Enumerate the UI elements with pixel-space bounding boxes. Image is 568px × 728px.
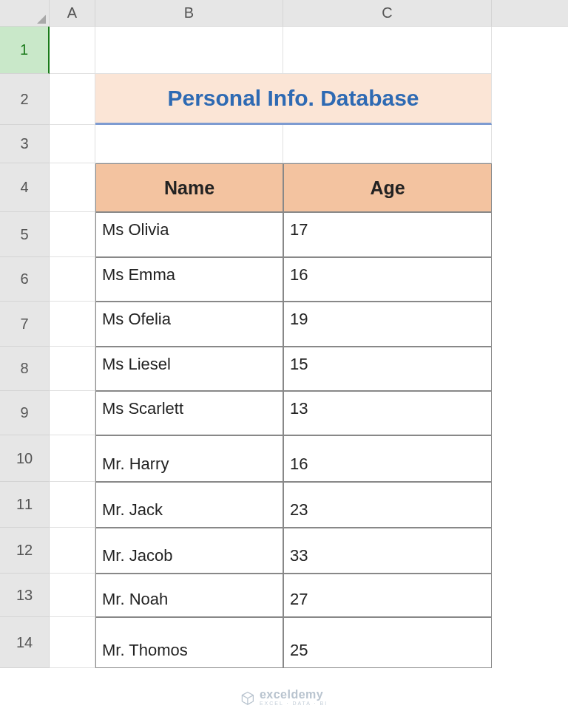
cell-a8[interactable] [50,347,95,391]
cell-a4[interactable] [50,163,95,212]
cell-age-6[interactable]: 23 [283,482,492,528]
row-header-7[interactable]: 7 [0,302,50,347]
row-header-5[interactable]: 5 [0,212,50,257]
cell-name-7[interactable]: Mr. Jacob [95,528,283,574]
table-header-name[interactable]: Name [95,163,283,212]
row-header-6[interactable]: 6 [0,257,50,302]
cell-age-9[interactable]: 25 [283,617,492,668]
cell-age-7[interactable]: 33 [283,528,492,574]
cell-age-0[interactable]: 17 [283,212,492,257]
column-header-b[interactable]: B [95,0,283,26]
cell-a2[interactable] [50,74,95,125]
row-header-11[interactable]: 11 [0,482,50,528]
cell-b3[interactable] [95,125,283,163]
cell-name-3[interactable]: Ms Liesel [95,347,283,391]
cell-b1[interactable] [95,27,283,74]
cell-a5[interactable] [50,212,95,257]
cell-age-3[interactable]: 15 [283,347,492,391]
row-header-4[interactable]: 4 [0,163,50,212]
column-header-a[interactable]: A [50,0,95,26]
logo-icon [240,690,255,705]
cell-a11[interactable] [50,482,95,528]
row-header-13[interactable]: 13 [0,574,50,617]
row-header-8[interactable]: 8 [0,347,50,391]
cell-name-2[interactable]: Ms Ofelia [95,302,283,347]
cell-a6[interactable] [50,257,95,302]
row-header-10[interactable]: 10 [0,435,50,482]
cell-c1[interactable] [283,27,492,74]
select-all-corner[interactable] [0,0,50,27]
row-header-14[interactable]: 14 [0,617,50,668]
cell-age-2[interactable]: 19 [283,302,492,347]
cell-a7[interactable] [50,302,95,347]
cell-a1[interactable] [50,27,95,74]
title-cell[interactable]: Personal Info. Database [95,74,492,125]
cell-name-6[interactable]: Mr. Jack [95,482,283,528]
cell-name-5[interactable]: Mr. Harry [95,435,283,482]
column-headers: A B C [50,0,568,27]
row-header-12[interactable]: 12 [0,528,50,574]
row-header-2[interactable]: 2 [0,74,50,125]
cell-a9[interactable] [50,391,95,435]
cell-name-0[interactable]: Ms Olivia [95,212,283,257]
watermark: exceldemy EXCEL · DATA · BI [240,689,328,706]
table-header-age[interactable]: Age [283,163,492,212]
row-header-9[interactable]: 9 [0,391,50,435]
watermark-brand: exceldemy [260,689,328,701]
cell-c3[interactable] [283,125,492,163]
cell-age-5[interactable]: 16 [283,435,492,482]
watermark-tagline: EXCEL · DATA · BI [260,701,328,706]
cell-name-4[interactable]: Ms Scarlett [95,391,283,435]
cell-a14[interactable] [50,617,95,668]
cell-name-1[interactable]: Ms Emma [95,257,283,302]
spreadsheet-grid[interactable]: Personal Info. DatabaseNameAgeMs Olivia1… [50,27,492,668]
cell-age-4[interactable]: 13 [283,391,492,435]
cell-a12[interactable] [50,528,95,574]
cell-a3[interactable] [50,125,95,163]
cell-age-8[interactable]: 27 [283,574,492,617]
row-headers: 1234567891011121314 [0,27,50,668]
column-header-c[interactable]: C [283,0,492,26]
cell-a13[interactable] [50,574,95,617]
cell-name-8[interactable]: Mr. Noah [95,574,283,617]
cell-a10[interactable] [50,435,95,482]
cell-name-9[interactable]: Mr. Thomos [95,617,283,668]
row-header-3[interactable]: 3 [0,125,50,163]
cell-age-1[interactable]: 16 [283,257,492,302]
row-header-1[interactable]: 1 [0,27,50,74]
